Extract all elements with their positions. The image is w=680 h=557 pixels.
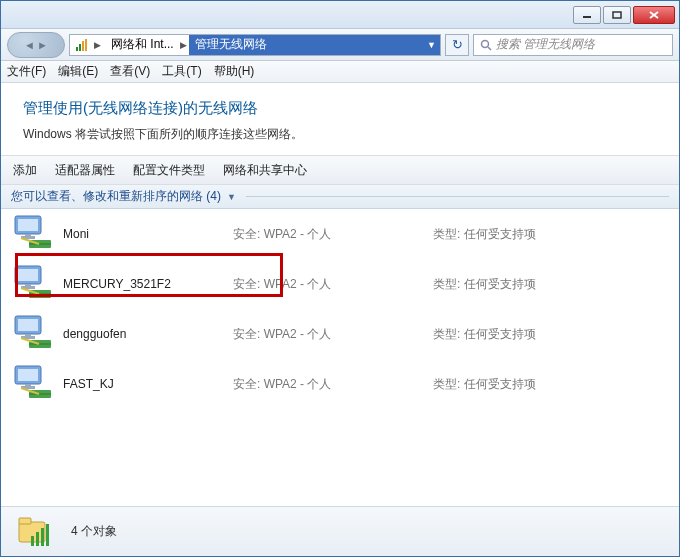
svg-rect-42 (41, 528, 44, 546)
network-name: MERCURY_3521F2 (63, 277, 233, 291)
network-icon (11, 364, 55, 404)
network-type: 类型: 任何受支持项 (433, 226, 669, 243)
network-type: 类型: 任何受支持项 (433, 276, 669, 293)
svg-rect-41 (36, 532, 39, 546)
network-security: 安全: WPA2 - 个人 (233, 326, 433, 343)
network-row[interactable]: Moni安全: WPA2 - 个人类型: 任何受支持项 (1, 209, 679, 259)
group-header-label: 您可以查看、修改和重新排序的网络 (4) (11, 188, 221, 205)
svg-line-9 (488, 47, 491, 50)
svg-rect-6 (82, 41, 84, 51)
menubar: 文件(F) 编辑(E) 查看(V) 工具(T) 帮助(H) (1, 61, 679, 83)
svg-rect-1 (613, 12, 621, 18)
network-row[interactable]: dengguofen安全: WPA2 - 个人类型: 任何受支持项 (1, 309, 679, 359)
network-type: 类型: 任何受支持项 (433, 326, 669, 343)
content-header: 管理使用(无线网络连接)的无线网络 Windows 将尝试按照下面所列的顺序连接… (1, 83, 679, 155)
explorer-window: ◄ ► ▶ 网络和 Int... ▶ 管理无线网络 ▼ ↻ 搜索 管理无线网络 … (0, 0, 680, 557)
back-forward-buttons[interactable]: ◄ ► (7, 32, 65, 58)
toolbar: 添加 适配器属性 配置文件类型 网络和共享中心 (1, 155, 679, 185)
minimize-button[interactable] (573, 6, 601, 24)
statusbar: 4 个对象 (1, 506, 679, 556)
signal-bars-icon (74, 37, 90, 53)
toolbar-profiletype[interactable]: 配置文件类型 (133, 162, 205, 179)
network-icon (11, 314, 55, 354)
search-input[interactable]: 搜索 管理无线网络 (473, 34, 673, 56)
network-security: 安全: WPA2 - 个人 (233, 376, 433, 393)
page-title: 管理使用(无线网络连接)的无线网络 (23, 99, 657, 118)
network-security: 安全: WPA2 - 个人 (233, 276, 433, 293)
close-button[interactable] (633, 6, 675, 24)
network-list: Moni安全: WPA2 - 个人类型: 任何受支持项 MERCURY_3521… (1, 209, 679, 506)
breadcrumb-current[interactable]: 管理无线网络 (189, 35, 423, 55)
refresh-button[interactable]: ↻ (445, 34, 469, 56)
maximize-button[interactable] (603, 6, 631, 24)
svg-point-8 (482, 40, 489, 47)
network-name: Moni (63, 227, 233, 241)
chevron-right-icon: ▶ (92, 40, 103, 50)
svg-rect-11 (18, 219, 38, 231)
svg-rect-13 (25, 234, 31, 236)
svg-rect-39 (19, 518, 31, 524)
network-type: 类型: 任何受支持项 (433, 376, 669, 393)
status-count: 4 个对象 (71, 523, 117, 540)
menu-help[interactable]: 帮助(H) (214, 63, 255, 80)
chevron-down-icon: ▼ (227, 192, 236, 202)
menu-view[interactable]: 查看(V) (110, 63, 150, 80)
nav-row: ◄ ► ▶ 网络和 Int... ▶ 管理无线网络 ▼ ↻ 搜索 管理无线网络 (1, 29, 679, 61)
forward-icon: ► (37, 39, 48, 51)
svg-rect-25 (18, 319, 38, 331)
chevron-down-icon[interactable]: ▼ (423, 35, 440, 55)
group-header[interactable]: 您可以查看、修改和重新排序的网络 (4) ▼ (1, 185, 679, 209)
svg-rect-18 (18, 269, 38, 281)
toolbar-adapter[interactable]: 适配器属性 (55, 162, 115, 179)
toolbar-add[interactable]: 添加 (13, 162, 37, 179)
svg-rect-7 (85, 39, 87, 51)
svg-rect-34 (25, 384, 31, 386)
search-placeholder: 搜索 管理无线网络 (496, 36, 595, 53)
network-name: FAST_KJ (63, 377, 233, 391)
network-security: 安全: WPA2 - 个人 (233, 226, 433, 243)
network-icon (11, 214, 55, 254)
svg-rect-43 (46, 524, 49, 546)
menu-tools[interactable]: 工具(T) (162, 63, 201, 80)
menu-file[interactable]: 文件(F) (7, 63, 46, 80)
network-icon (11, 264, 55, 304)
divider (246, 196, 669, 197)
network-row[interactable]: MERCURY_3521F2安全: WPA2 - 个人类型: 任何受支持项 (1, 259, 679, 309)
svg-rect-5 (79, 44, 81, 51)
search-icon (480, 39, 492, 51)
menu-edit[interactable]: 编辑(E) (58, 63, 98, 80)
svg-rect-20 (25, 284, 31, 286)
titlebar (1, 1, 679, 29)
folder-signal-icon (17, 514, 57, 550)
network-name: dengguofen (63, 327, 233, 341)
page-subtitle: Windows 将尝试按照下面所列的顺序连接这些网络。 (23, 126, 657, 143)
svg-rect-32 (18, 369, 38, 381)
toolbar-sharing[interactable]: 网络和共享中心 (223, 162, 307, 179)
svg-rect-4 (76, 47, 78, 51)
back-icon: ◄ (24, 39, 35, 51)
chevron-right-icon: ▶ (178, 40, 189, 50)
refresh-icon: ↻ (452, 37, 463, 52)
svg-rect-40 (31, 536, 34, 546)
address-bar[interactable]: ▶ 网络和 Int... ▶ 管理无线网络 ▼ (69, 34, 441, 56)
svg-rect-27 (25, 334, 31, 336)
breadcrumb-segment[interactable]: 网络和 Int... (107, 36, 178, 53)
network-row[interactable]: FAST_KJ安全: WPA2 - 个人类型: 任何受支持项 (1, 359, 679, 409)
